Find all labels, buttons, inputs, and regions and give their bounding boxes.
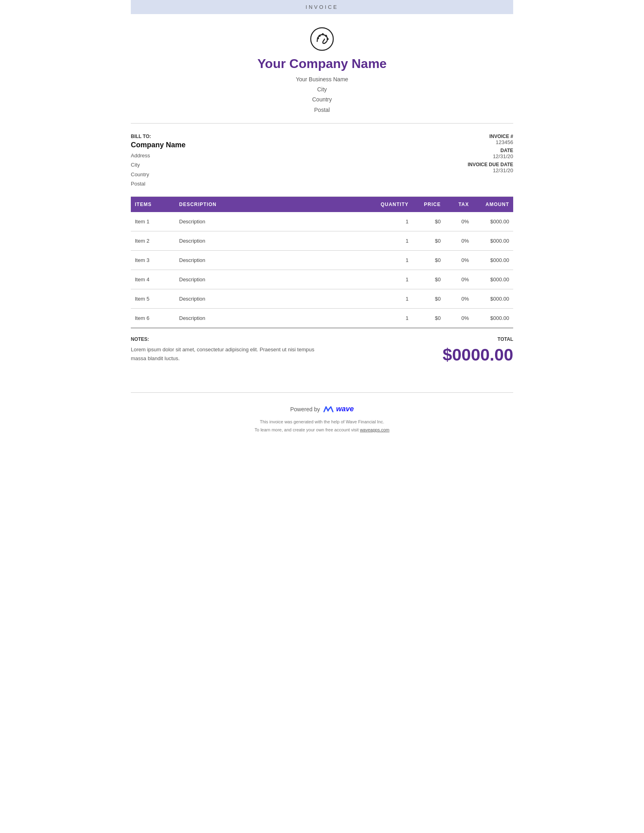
cell-tax: 0% (445, 289, 473, 309)
client-city: City (131, 160, 468, 169)
footer-legal-line1: This invoice was generated with the help… (131, 418, 513, 426)
cell-price: $0 (413, 231, 445, 251)
cell-tax: 0% (445, 270, 473, 289)
cell-price: $0 (413, 270, 445, 289)
cell-quantity: 1 (372, 251, 413, 270)
wave-icon (323, 405, 334, 413)
col-quantity: QUANTITY (372, 197, 413, 212)
invoice-number-label: INVOICE # (468, 134, 513, 139)
notes-text: Lorem ipsum dolor sit amet, consectetur … (131, 345, 324, 363)
table-row: Item 3 Description 1 $0 0% $000.00 (131, 251, 513, 270)
cell-tax: 0% (445, 251, 473, 270)
company-name: Your Company Name (131, 56, 513, 71)
company-business-name: Your Business Name (131, 74, 513, 85)
footer-legal-line2: To learn more, and create your own free … (131, 426, 513, 434)
due-date-label: INVOICE DUE DATE (468, 162, 513, 167)
bill-section: BILL TO: Company Name Address City Count… (131, 124, 513, 197)
cell-amount: $000.00 (473, 270, 513, 289)
invoice-title: INVOICE (305, 4, 338, 10)
bill-to-label: BILL TO: (131, 134, 468, 139)
cell-tax: 0% (445, 309, 473, 328)
powered-by: Powered by wave (131, 405, 513, 413)
svg-point-2 (318, 35, 320, 37)
cell-price: $0 (413, 289, 445, 309)
total-value: $0000.00 (443, 345, 513, 365)
cell-price: $0 (413, 251, 445, 270)
notes-area: NOTES: Lorem ipsum dolor sit amet, conse… (131, 336, 443, 363)
svg-point-0 (311, 28, 333, 50)
table-header: ITEMS DESCRIPTION QUANTITY PRICE TAX AMO… (131, 197, 513, 212)
cell-amount: $000.00 (473, 251, 513, 270)
invoice-page: INVOICE Your Company Name Your Business … (131, 0, 513, 833)
cell-quantity: 1 (372, 212, 413, 231)
cell-item: Item 3 (131, 251, 175, 270)
cell-amount: $000.00 (473, 212, 513, 231)
col-items: ITEMS (131, 197, 175, 212)
wave-logo: wave (323, 405, 354, 413)
cell-quantity: 1 (372, 289, 413, 309)
table-row: Item 4 Description 1 $0 0% $000.00 (131, 270, 513, 289)
col-price: PRICE (413, 197, 445, 212)
client-country: Country (131, 170, 468, 179)
cell-quantity: 1 (372, 309, 413, 328)
col-amount: AMOUNT (473, 197, 513, 212)
footer-legal: This invoice was generated with the help… (131, 418, 513, 434)
table-body: Item 1 Description 1 $0 0% $000.00 Item … (131, 212, 513, 328)
bill-to: BILL TO: Company Name Address City Count… (131, 134, 468, 189)
client-address: Address (131, 151, 468, 160)
notes-total-section: NOTES: Lorem ipsum dolor sit amet, conse… (131, 328, 513, 393)
powered-by-text: Powered by (290, 406, 320, 412)
cell-quantity: 1 (372, 231, 413, 251)
cell-description: Description (175, 212, 372, 231)
cell-amount: $000.00 (473, 309, 513, 328)
cell-item: Item 6 (131, 309, 175, 328)
cell-item: Item 5 (131, 289, 175, 309)
cell-tax: 0% (445, 212, 473, 231)
date-label: DATE (468, 148, 513, 153)
wave-brand-text: wave (336, 405, 354, 413)
cell-item: Item 1 (131, 212, 175, 231)
invoice-info: INVOICE # 123456 DATE 12/31/20 INVOICE D… (468, 134, 513, 189)
company-meta: Your Business Name City Country Postal (131, 74, 513, 115)
svg-point-5 (326, 38, 328, 40)
cell-description: Description (175, 270, 372, 289)
cell-item: Item 4 (131, 270, 175, 289)
notes-label: NOTES: (131, 336, 443, 342)
cell-amount: $000.00 (473, 231, 513, 251)
cell-tax: 0% (445, 231, 473, 251)
client-company-name: Company Name (131, 141, 468, 149)
table-row: Item 2 Description 1 $0 0% $000.00 (131, 231, 513, 251)
cell-description: Description (175, 251, 372, 270)
svg-point-4 (325, 35, 327, 37)
cell-amount: $000.00 (473, 289, 513, 309)
company-postal: Postal (131, 105, 513, 115)
invoice-table: ITEMS DESCRIPTION QUANTITY PRICE TAX AMO… (131, 197, 513, 328)
cell-description: Description (175, 231, 372, 251)
invoice-number-value: 123456 (468, 139, 513, 145)
table-row: Item 6 Description 1 $0 0% $000.00 (131, 309, 513, 328)
col-description: DESCRIPTION (175, 197, 372, 212)
cell-description: Description (175, 309, 372, 328)
client-postal: Postal (131, 179, 468, 188)
invoice-header-bar: INVOICE (131, 0, 513, 14)
svg-point-3 (322, 33, 324, 35)
table-row: Item 1 Description 1 $0 0% $000.00 (131, 212, 513, 231)
date-value: 12/31/20 (468, 153, 513, 159)
waveapps-link[interactable]: waveapps.com (360, 427, 389, 432)
total-label: TOTAL (443, 336, 513, 342)
svg-point-1 (317, 37, 319, 39)
total-area: TOTAL $0000.00 (443, 336, 513, 365)
company-header: Your Company Name Your Business Name Cit… (131, 14, 513, 124)
col-tax: TAX (445, 197, 473, 212)
cell-item: Item 2 (131, 231, 175, 251)
table-row: Item 5 Description 1 $0 0% $000.00 (131, 289, 513, 309)
company-logo-icon (309, 26, 335, 52)
due-date-value: 12/31/20 (468, 167, 513, 173)
company-country: Country (131, 95, 513, 105)
invoice-table-section: ITEMS DESCRIPTION QUANTITY PRICE TAX AMO… (131, 197, 513, 328)
cell-quantity: 1 (372, 270, 413, 289)
footer: Powered by wave This invoice was generat… (131, 393, 513, 442)
company-city: City (131, 85, 513, 95)
cell-price: $0 (413, 309, 445, 328)
cell-description: Description (175, 289, 372, 309)
